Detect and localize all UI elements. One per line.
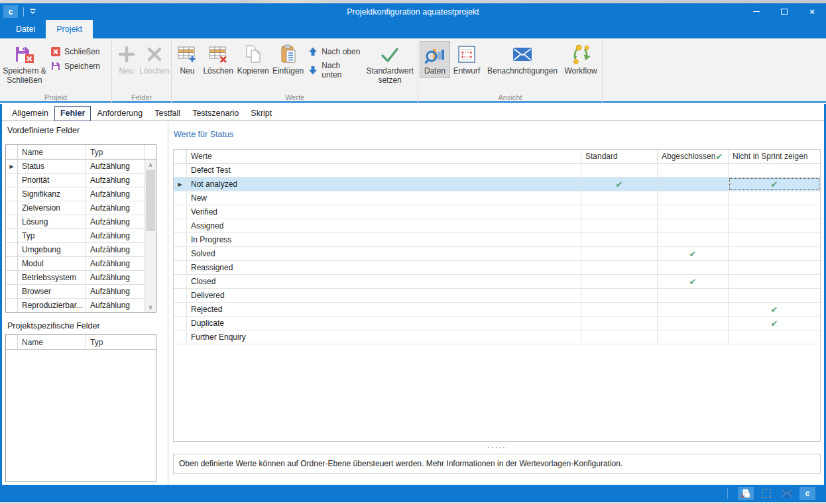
field-name-cell[interactable]: Typ: [18, 229, 86, 242]
tab-fehler[interactable]: Fehler: [54, 106, 91, 121]
standard-column-header[interactable]: Standard: [581, 150, 658, 163]
field-name-cell[interactable]: Lösung: [18, 215, 86, 228]
value-name-cell[interactable]: Rejected: [187, 303, 581, 316]
table-row[interactable]: ▶StatusAufzählung: [6, 160, 145, 174]
table-row[interactable]: Further Enquiry: [174, 330, 820, 344]
field-name-cell[interactable]: Modul: [18, 257, 86, 270]
nicht-in-sprint-cell[interactable]: ✔: [729, 317, 820, 330]
value-name-cell[interactable]: Defect Test: [187, 164, 581, 177]
field-typ-cell[interactable]: Aufzählung: [86, 215, 145, 228]
abgeschlossen-cell[interactable]: ✔: [658, 247, 729, 260]
table-row[interactable]: Delivered: [174, 289, 820, 303]
nicht-in-sprint-cell[interactable]: [729, 191, 820, 205]
selection-status-icon[interactable]: [758, 487, 774, 500]
nicht-in-sprint-cell[interactable]: [729, 205, 820, 219]
standard-cell[interactable]: [581, 164, 658, 177]
nicht-in-sprint-cell[interactable]: [729, 233, 820, 246]
abgeschlossen-cell[interactable]: [658, 289, 729, 302]
field-typ-cell[interactable]: Aufzählung: [86, 187, 145, 201]
field-typ-cell[interactable]: Aufzählung: [86, 160, 145, 173]
field-name-cell[interactable]: Reproduzierbar...: [18, 299, 86, 312]
field-typ-cell[interactable]: Aufzählung: [86, 243, 145, 256]
tab-anforderung[interactable]: Anforderung: [91, 106, 148, 121]
field-typ-cell[interactable]: Aufzählung: [86, 299, 145, 312]
field-name-cell[interactable]: Browser: [18, 285, 86, 298]
nicht-in-sprint-cell[interactable]: [729, 219, 820, 232]
table-row[interactable]: ModulAufzählung: [6, 257, 145, 271]
table-row[interactable]: TypAufzählung: [6, 229, 145, 243]
ribbon-tab-projekt[interactable]: Projekt: [46, 20, 93, 38]
value-name-cell[interactable]: In Progress: [187, 233, 581, 246]
nicht-in-sprint-cell[interactable]: [729, 247, 820, 260]
standard-cell[interactable]: [581, 303, 658, 316]
table-row[interactable]: Defect Test: [174, 164, 820, 177]
standard-cell[interactable]: ✔: [581, 177, 658, 191]
value-name-cell[interactable]: Verified: [187, 205, 581, 219]
value-name-cell[interactable]: Solved: [187, 247, 581, 260]
quick-access-dropdown-icon[interactable]: [29, 8, 36, 15]
typ-column-header[interactable]: Typ: [86, 145, 145, 159]
abgeschlossen-cell[interactable]: [658, 261, 729, 274]
table-row[interactable]: BrowserAufzählung: [6, 285, 145, 299]
field-name-cell[interactable]: Zielversion: [18, 201, 86, 215]
nicht-in-sprint-cell[interactable]: [729, 261, 820, 274]
table-row[interactable]: SignifikanzAufzählung: [6, 187, 145, 201]
abgeschlossen-cell[interactable]: [658, 205, 729, 219]
standard-cell[interactable]: [581, 330, 658, 344]
field-typ-cell[interactable]: Aufzählung: [86, 285, 145, 298]
field-name-cell[interactable]: Betriebssystem: [18, 271, 86, 284]
workflow-button[interactable]: Workflow: [561, 41, 600, 78]
field-typ-cell[interactable]: Aufzählung: [86, 271, 145, 284]
table-row[interactable]: Verified: [174, 205, 820, 219]
table-row[interactable]: New: [174, 191, 820, 205]
minimize-button[interactable]: [742, 3, 770, 20]
typ-column-header[interactable]: Typ: [86, 335, 156, 349]
value-name-cell[interactable]: Closed: [187, 275, 581, 288]
value-name-cell[interactable]: Reassigned: [187, 261, 581, 274]
scrollbar-thumb[interactable]: [146, 170, 155, 231]
value-name-cell[interactable]: New: [187, 191, 581, 205]
table-row[interactable]: Duplicate✔: [174, 317, 820, 330]
table-row[interactable]: LösungAufzählung: [6, 215, 145, 229]
tab-skript[interactable]: Skript: [245, 106, 278, 121]
standardwert-setzen-button[interactable]: Standardwert setzen: [363, 41, 416, 87]
value-name-cell[interactable]: Further Enquiry: [187, 330, 581, 344]
werte-column-header[interactable]: Werte: [187, 150, 581, 163]
nicht-in-sprint-column-header[interactable]: Nicht in Sprint zeigen: [729, 150, 820, 163]
nicht-in-sprint-cell[interactable]: [729, 275, 820, 288]
benachrichtigungen-button[interactable]: Benachrichtigungen: [483, 41, 561, 78]
standard-cell[interactable]: [581, 191, 658, 205]
scroll-up-icon[interactable]: ∧: [145, 160, 156, 170]
nach-unten-button[interactable]: Nach unten: [308, 61, 361, 79]
schliessen-button[interactable]: Schließen: [50, 46, 100, 57]
standard-cell[interactable]: [581, 219, 658, 232]
abgeschlossen-cell[interactable]: [658, 330, 729, 344]
splitter-handle[interactable]: ·····: [172, 444, 822, 450]
standard-cell[interactable]: [581, 275, 658, 288]
abgeschlossen-cell[interactable]: [658, 219, 729, 232]
nicht-in-sprint-cell[interactable]: [729, 164, 820, 177]
table-row[interactable]: Solved✔: [174, 247, 820, 261]
einfuegen-button[interactable]: Einfügen: [271, 41, 305, 78]
tab-allgemein[interactable]: Allgemein: [6, 106, 54, 121]
table-row[interactable]: Rejected✔: [174, 303, 820, 317]
standard-cell[interactable]: [581, 247, 658, 260]
standard-cell[interactable]: [581, 289, 658, 302]
daten-button[interactable]: Daten: [420, 41, 450, 78]
tab-testszenario[interactable]: Testszenario: [186, 106, 245, 121]
table-row[interactable]: PrioritätAufzählung: [6, 174, 145, 187]
name-column-header[interactable]: Name: [18, 335, 86, 349]
table-row[interactable]: BetriebssystemAufzählung: [6, 271, 145, 285]
field-name-cell[interactable]: Umgebung: [18, 243, 86, 256]
entwurf-button[interactable]: Entwurf: [450, 41, 483, 78]
copy-status-icon[interactable]: [738, 487, 754, 500]
nicht-in-sprint-cell[interactable]: [729, 289, 820, 302]
standard-cell[interactable]: [581, 317, 658, 330]
speichern-und-schliessen-button[interactable]: Speichern & Schließen: [1, 41, 48, 87]
table-row[interactable]: UmgebungAufzählung: [6, 243, 145, 257]
kopieren-button[interactable]: Kopieren: [235, 41, 270, 78]
abgeschlossen-cell[interactable]: [658, 233, 729, 246]
speichern-button[interactable]: Speichern: [50, 61, 100, 72]
nicht-in-sprint-cell[interactable]: [729, 330, 820, 344]
table-row[interactable]: In Progress: [174, 233, 820, 247]
